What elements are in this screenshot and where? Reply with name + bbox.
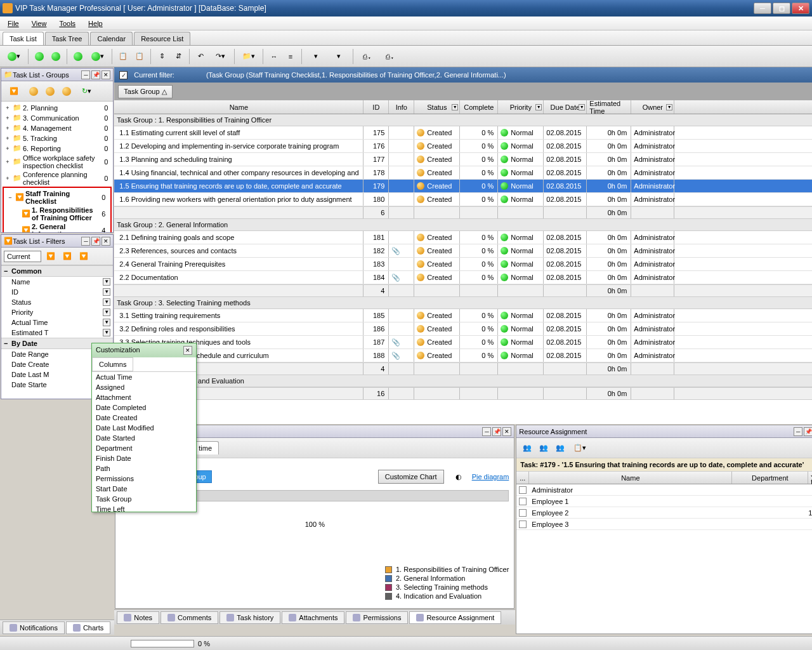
grid-group-header[interactable]: Task Group : 3. Selecting Training metho… bbox=[114, 297, 812, 309]
tool-btn[interactable]: 📋 bbox=[116, 50, 130, 63]
filter-btn[interactable]: 🔽 bbox=[77, 249, 91, 263]
col-id[interactable]: ID bbox=[363, 100, 389, 114]
task-row[interactable]: 1.3 Planning and scheduling training 177… bbox=[114, 153, 812, 166]
group-by-chip[interactable]: Task Group △ bbox=[118, 85, 172, 98]
task-row[interactable]: 1.5 Ensuring that training records are u… bbox=[114, 180, 812, 193]
tool-btn[interactable]: ▾ bbox=[88, 50, 108, 63]
col-status[interactable]: Status▼ bbox=[414, 100, 460, 114]
checkbox[interactable] bbox=[519, 498, 527, 505]
panel-minimize-icon[interactable]: ─ bbox=[482, 427, 491, 436]
panel-pin-icon[interactable]: 📌 bbox=[492, 427, 501, 436]
group-item[interactable]: +📁4. Management0 bbox=[3, 123, 112, 133]
filter-field[interactable]: ID▼ bbox=[1, 287, 113, 297]
panel-close-icon[interactable]: ✕ bbox=[502, 427, 511, 436]
panel-pin-icon[interactable]: 📌 bbox=[91, 70, 100, 79]
grid-group-header[interactable]: Task Group : 2. General Information bbox=[114, 219, 812, 231]
filter-field[interactable]: Name▼ bbox=[1, 277, 113, 287]
tool-redo[interactable]: ↷▾ bbox=[210, 50, 230, 63]
panel-pin-icon[interactable]: 📌 bbox=[91, 237, 100, 246]
tool-btn[interactable]: ↔ bbox=[267, 50, 281, 63]
chevron-down-icon[interactable]: ▼ bbox=[579, 104, 585, 110]
col-info[interactable]: Info bbox=[389, 100, 414, 114]
customize-chart-button[interactable]: Customize Chart bbox=[378, 470, 444, 484]
resource-row[interactable]: Employee 1 bbox=[516, 496, 812, 507]
task-row[interactable]: 2.3 References, sources and contacts 182… bbox=[114, 244, 812, 258]
tool-btn[interactable]: 📁▾ bbox=[239, 50, 259, 63]
group-item[interactable]: +📁6. Reporting0 bbox=[3, 143, 112, 154]
group-item[interactable]: 🔽1. Responsibilities of Training Officer… bbox=[5, 206, 109, 222]
btab-permissions[interactable]: Permissions bbox=[346, 611, 408, 624]
btab-notifications[interactable]: Notifications bbox=[3, 621, 65, 634]
column-option[interactable]: Date Started bbox=[92, 433, 196, 443]
res-btn[interactable]: 👥 bbox=[537, 441, 551, 455]
panel-pin-icon[interactable]: 📌 bbox=[804, 427, 812, 436]
task-row[interactable]: 2.4 General Training Prerequisites 183 C… bbox=[114, 258, 812, 271]
task-row[interactable]: 1.2 Developing and implementing in-servi… bbox=[114, 140, 812, 153]
column-option[interactable]: Permissions bbox=[92, 474, 196, 484]
btab-notes[interactable]: Notes bbox=[117, 611, 159, 624]
panel-minimize-icon[interactable]: ─ bbox=[794, 427, 802, 436]
tool-refresh[interactable]: ↻▾ bbox=[76, 84, 96, 98]
tool-btn[interactable] bbox=[27, 84, 41, 98]
task-row[interactable]: 2.2 Documentation 184 📎 Created 0 % Norm… bbox=[114, 271, 812, 284]
popup-tab-columns[interactable]: Columns bbox=[92, 357, 133, 371]
task-row[interactable]: 3.4 Drawing up training schedule and cur… bbox=[114, 349, 812, 362]
group-item[interactable]: +📁2. Planning0 bbox=[3, 103, 112, 113]
col-res-name[interactable]: Name bbox=[529, 472, 732, 484]
filter-field[interactable]: Priority▼ bbox=[1, 307, 113, 317]
col-check[interactable]: ... bbox=[516, 472, 529, 484]
tool-btn[interactable]: ▾ bbox=[329, 50, 349, 63]
res-btn[interactable]: 👥 bbox=[553, 441, 567, 455]
tool-btn[interactable]: ▾ bbox=[4, 50, 24, 63]
resource-row[interactable]: Administrator bbox=[516, 484, 812, 496]
col-due-date[interactable]: Due Date▼ bbox=[544, 100, 587, 114]
column-option[interactable]: Start Date bbox=[92, 484, 196, 494]
panel-minimize-icon[interactable]: ─ bbox=[81, 237, 90, 246]
task-row[interactable]: 3.3 Selecting training techniques and to… bbox=[114, 336, 812, 349]
col-priority[interactable]: Priority▼ bbox=[498, 100, 544, 114]
column-option[interactable]: Date Created bbox=[92, 413, 196, 423]
group-item[interactable]: +📁Office workplace safety inspection che… bbox=[3, 154, 112, 170]
res-btn[interactable]: 👥 bbox=[520, 441, 534, 455]
tool-btn[interactable] bbox=[49, 50, 63, 63]
tool-btn[interactable]: 🔽 bbox=[4, 84, 24, 98]
btab-resource[interactable]: Resource Assignment bbox=[409, 611, 501, 624]
btab-comments[interactable]: Comments bbox=[160, 611, 218, 624]
tool-expand[interactable]: ⇕ bbox=[155, 50, 169, 63]
grid-group-header[interactable]: Task Group : 4. Indication and Evaluatio… bbox=[114, 375, 812, 387]
filter-checkbox[interactable]: ✓ bbox=[119, 71, 128, 79]
chevron-down-icon[interactable]: ▼ bbox=[535, 104, 542, 110]
col-res-dept[interactable]: Department bbox=[732, 472, 808, 484]
filter-btn[interactable]: 🔽 bbox=[60, 249, 74, 263]
grid-group-header[interactable]: Task Group : 1. Responsibilities of Trai… bbox=[114, 114, 812, 126]
pie-diagram-link[interactable]: Pie diagram bbox=[472, 473, 509, 481]
menu-help[interactable]: Help bbox=[83, 18, 108, 29]
column-option[interactable]: Date Last Modified bbox=[92, 423, 196, 433]
column-option[interactable]: Actual Time bbox=[92, 372, 196, 382]
col-complete[interactable]: Complete bbox=[460, 100, 498, 114]
group-item[interactable]: +📁3. Communication0 bbox=[3, 113, 112, 123]
resource-row[interactable]: Employee 21 bbox=[516, 507, 812, 519]
column-option[interactable]: Path bbox=[92, 463, 196, 474]
tool-btn[interactable]: 📋 bbox=[133, 50, 147, 63]
maximize-button[interactable]: ◻ bbox=[773, 3, 790, 14]
btab-charts[interactable]: Charts bbox=[66, 621, 110, 634]
task-row[interactable]: 1.4 Using financial, technical and other… bbox=[114, 166, 812, 180]
checkbox[interactable] bbox=[519, 486, 527, 494]
col-owner[interactable]: Owner▼ bbox=[631, 100, 674, 114]
popup-close-icon[interactable]: ✕ bbox=[183, 346, 192, 355]
group-by-bar[interactable]: Task Group △ bbox=[114, 83, 812, 100]
menu-tools[interactable]: Tools bbox=[54, 18, 81, 29]
panel-close-icon[interactable]: ✕ bbox=[102, 70, 110, 79]
checkbox[interactable] bbox=[519, 521, 527, 528]
column-option[interactable]: Task Group bbox=[92, 494, 196, 504]
btab-attachments[interactable]: Attachments bbox=[282, 611, 344, 624]
col-name[interactable]: Name bbox=[114, 100, 363, 114]
tool-collapse[interactable]: ⇵ bbox=[171, 50, 185, 63]
group-item[interactable]: −🔽Staff Training Checklist0 bbox=[5, 189, 109, 206]
task-row[interactable]: 3.1 Setting training requirements 185 Cr… bbox=[114, 309, 812, 322]
tab-task-list[interactable]: Task List bbox=[3, 32, 44, 45]
resource-row[interactable]: Employee 3 bbox=[516, 519, 812, 530]
task-row[interactable]: 3.2 Defining roles and responsibilities … bbox=[114, 322, 812, 336]
task-row[interactable]: 1.6 Providing new workers with general o… bbox=[114, 193, 812, 206]
